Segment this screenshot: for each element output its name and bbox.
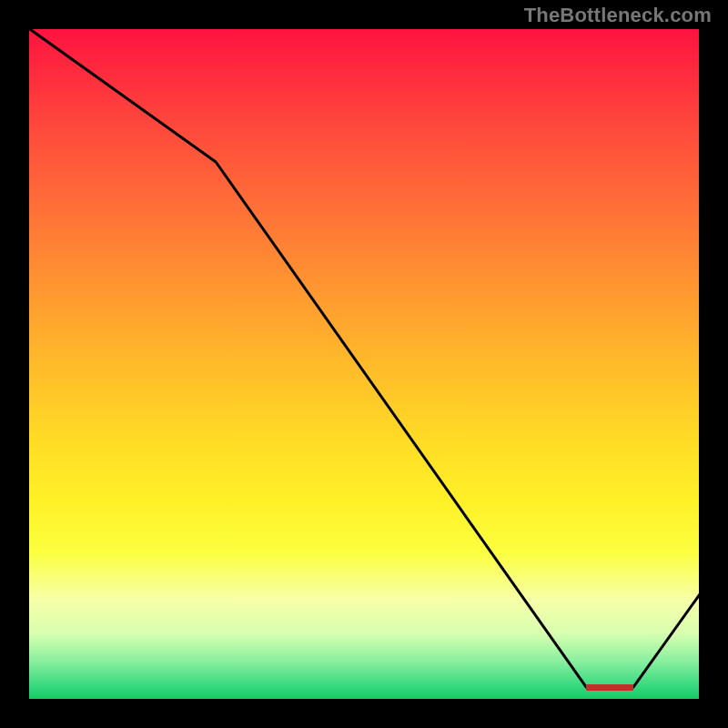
watermark-label: TheBottleneck.com	[524, 4, 712, 27]
optimal-range-marker	[586, 684, 633, 691]
bottleneck-curve-svg	[27, 27, 701, 701]
chart-container: TheBottleneck.com	[0, 0, 728, 728]
plot-frame	[27, 27, 701, 701]
bottleneck-curve-path	[27, 27, 701, 687]
